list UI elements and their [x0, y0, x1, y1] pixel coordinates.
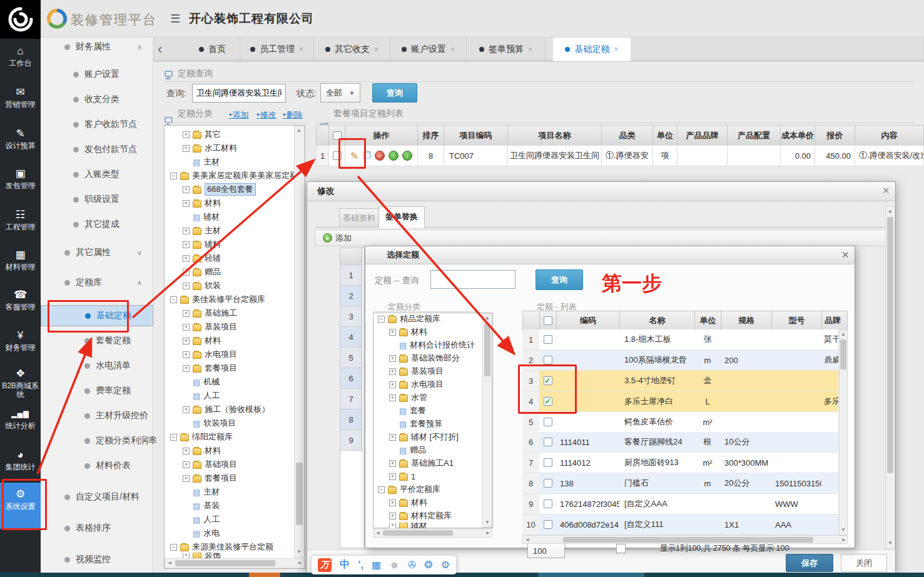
keyboard-icon[interactable]: ▦: [372, 559, 381, 571]
scroll-down-icon[interactable]: ▼: [888, 540, 893, 546]
sidebar-item-video-monitor[interactable]: 视频监控: [41, 550, 153, 569]
nav-group-stats[interactable]: ◕集团统计: [0, 449, 41, 472]
user-icon[interactable]: ☻: [389, 559, 400, 571]
page-size-select[interactable]: 100: [527, 543, 565, 558]
edit-icon[interactable]: ✎: [350, 150, 358, 162]
prow-checkbox[interactable]: [544, 520, 552, 529]
tree-item[interactable]: 美佳装修平台定额库: [170, 293, 265, 306]
nav-service[interactable]: ☎客服管理: [0, 289, 41, 312]
tree-item[interactable]: ▤辅材: [193, 211, 220, 223]
select-all-checkbox[interactable]: [333, 131, 342, 140]
tree-item[interactable]: 套餐项目: [183, 362, 237, 374]
pager-checkbox[interactable]: [616, 544, 626, 553]
sidebar-item-package-quota[interactable]: 套餐定额: [41, 331, 153, 350]
tree-item[interactable]: 精品定额库: [378, 313, 440, 325]
punctuation-icon[interactable]: ’,: [358, 559, 363, 571]
tree-item[interactable]: 赠品: [183, 266, 221, 278]
tree-item[interactable]: ▤主材: [193, 156, 220, 168]
nav-finance[interactable]: ¥财务管理: [0, 329, 41, 353]
tree-item[interactable]: 其它: [183, 128, 221, 141]
tab-sign-budget[interactable]: 签单预算×: [467, 38, 546, 61]
tree-item[interactable]: ▤赠品: [399, 444, 426, 456]
category-edit-link[interactable]: 修改: [256, 109, 277, 121]
tree-item[interactable]: 套餐项目: [183, 472, 237, 484]
edit-modal-close-icon[interactable]: ✕: [882, 185, 890, 196]
tab-account-setup[interactable]: 账户设置×: [390, 38, 467, 61]
scroll-left-icon[interactable]: ◄: [375, 530, 380, 536]
save-button[interactable]: 保存: [786, 554, 833, 572]
prow-checkbox[interactable]: [544, 479, 552, 488]
tab-basic-quota[interactable]: 基础定额×: [553, 38, 631, 61]
sidebar-item-dispatch-payment-node[interactable]: 发包付款节点: [41, 140, 153, 159]
close-icon[interactable]: ×: [614, 45, 618, 54]
nav-dispatch[interactable]: ▣发包管理: [0, 168, 41, 191]
prow-checkbox[interactable]: [544, 499, 552, 508]
delete-icon[interactable]: −: [375, 151, 385, 161]
prow-checkbox[interactable]: [544, 458, 552, 467]
scroll-down-icon[interactable]: ▼: [485, 519, 490, 526]
close-icon[interactable]: ×: [528, 45, 532, 54]
prow-checkbox[interactable]: [544, 438, 552, 446]
chinese-mode-icon[interactable]: 中: [340, 558, 350, 571]
tree-item[interactable]: 主材: [183, 224, 221, 237]
sidebar-item-entry-type[interactable]: 入账类型: [41, 165, 153, 184]
scroll-right-icon[interactable]: ►: [485, 530, 490, 536]
tree-item[interactable]: 美美家居定额库美美家居定额: [170, 169, 304, 182]
tree-item[interactable]: 水电项目: [183, 348, 237, 361]
query-input[interactable]: [192, 84, 286, 103]
sidebar-item-plumbing-list[interactable]: 水电清单: [41, 356, 153, 375]
sidebar-item-other-props[interactable]: 其它属性∨: [41, 243, 153, 262]
tree-item[interactable]: 施工（验收模板）: [183, 403, 270, 416]
tab-other-income[interactable]: 其它收支×: [314, 38, 390, 61]
tree-item[interactable]: 来源美佳装修平台定额: [170, 541, 273, 553]
close-icon[interactable]: ×: [299, 45, 303, 54]
nav-system-settings[interactable]: ⚙系统设置: [0, 483, 41, 529]
scroll-left-icon[interactable]: ◄: [167, 560, 172, 566]
tree-item[interactable]: 辅料: [183, 238, 221, 251]
tree-item[interactable]: 水工材料: [183, 142, 237, 154]
tree-item[interactable]: 材料: [183, 444, 221, 457]
tree-item[interactable]: 软装: [183, 279, 221, 292]
tree-item[interactable]: ▤人工: [193, 513, 220, 526]
close-button[interactable]: 关闭: [841, 554, 887, 572]
tree-item[interactable]: ▤套餐: [399, 404, 426, 417]
scroll-right-icon[interactable]: ►: [841, 537, 846, 543]
tree-item[interactable]: 1: [389, 470, 415, 483]
picker-select-all-checkbox[interactable]: [544, 316, 552, 325]
scroll-down-icon[interactable]: ▼: [841, 527, 846, 533]
sidebar-item-table-sort[interactable]: 表格排序: [41, 519, 153, 538]
tree-item[interactable]: 材料定额库: [389, 509, 452, 522]
tree-item[interactable]: 基装项目: [389, 365, 444, 378]
tree-item[interactable]: 基础项目: [183, 458, 237, 471]
category-add-link[interactable]: 添加: [229, 109, 249, 121]
nav-statistics[interactable]: ▂▅▇统计分析: [0, 408, 41, 431]
tree-item[interactable]: 轻辅: [183, 252, 221, 264]
nav-marketing[interactable]: ✉营销管理: [0, 86, 41, 109]
nav-design-budget[interactable]: ✎设计预算: [0, 128, 41, 151]
scroll-up-icon[interactable]: ▲: [485, 315, 490, 321]
sidebar-item-finance-props[interactable]: 财务属性∧: [41, 38, 153, 56]
picker-close-icon[interactable]: ✕: [841, 249, 850, 261]
tree-item[interactable]: 装饰: [183, 553, 221, 558]
sidebar-item-material-price-table[interactable]: 材料价表: [41, 456, 153, 475]
scroll-up-icon[interactable]: ▲: [841, 331, 846, 338]
tree-item[interactable]: 基础施工A1: [389, 457, 454, 469]
scroll-right-icon[interactable]: ►: [298, 560, 303, 566]
nav-material[interactable]: ▦材料管理: [0, 249, 41, 272]
tree-item[interactable]: ▤套餐预算: [399, 418, 442, 430]
tree-item[interactable]: ▤软装项目: [193, 417, 236, 429]
tree-item[interactable]: 绵阳定额库: [170, 431, 233, 443]
search-button[interactable]: 查询: [372, 83, 417, 103]
nav-b2b-mall[interactable]: ❖B2B商城系统: [0, 368, 41, 399]
nav-project[interactable]: ☷工程管理: [0, 209, 41, 232]
tree-item[interactable]: 基础装饰部分: [389, 352, 460, 364]
tree-item[interactable]: 辅材 [不打折]: [389, 431, 459, 443]
copy-icon[interactable]: ❐: [362, 150, 370, 161]
modal-tab-sign-replace[interactable]: 签单替换: [378, 206, 425, 228]
sidebar-item-customer-payment-node[interactable]: 客户收款节点: [41, 115, 153, 134]
tree-item[interactable]: 辅材: [389, 523, 427, 528]
row-checkbox[interactable]: [333, 151, 342, 160]
sidebar-item-account-setup[interactable]: 账户设置: [41, 65, 153, 84]
move-down-icon[interactable]: ↓: [402, 151, 412, 161]
scroll-up-icon[interactable]: ▲: [297, 128, 302, 134]
